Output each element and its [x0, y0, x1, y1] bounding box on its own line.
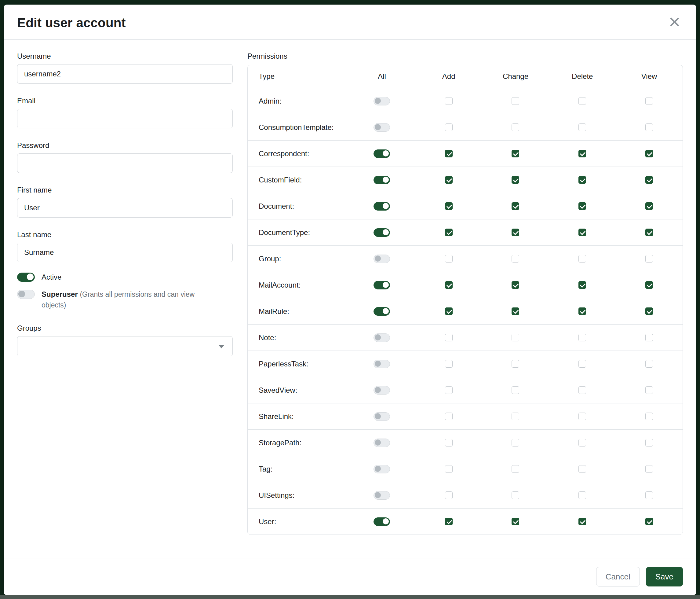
permission-add-checkbox[interactable] [445, 413, 453, 420]
permission-view-checkbox[interactable] [645, 465, 653, 473]
permission-delete-checkbox[interactable] [578, 255, 586, 263]
permission-view-checkbox[interactable] [645, 229, 653, 236]
permission-add-checkbox[interactable] [445, 360, 453, 368]
permission-view-checkbox[interactable] [645, 176, 653, 184]
last-name-field[interactable] [17, 243, 233, 262]
permission-add-checkbox[interactable] [445, 229, 453, 236]
permission-view-checkbox[interactable] [645, 360, 653, 368]
permission-add-checkbox[interactable] [445, 439, 453, 447]
close-icon[interactable]: ✕ [667, 16, 683, 29]
permission-all-toggle[interactable] [374, 97, 390, 105]
permission-view-checkbox[interactable] [645, 255, 653, 263]
permission-delete-checkbox[interactable] [578, 281, 586, 289]
permission-row: Tag: [248, 456, 682, 482]
permission-view-checkbox[interactable] [645, 150, 653, 158]
permission-add-checkbox[interactable] [445, 465, 453, 473]
permission-all-toggle[interactable] [374, 149, 390, 158]
permission-change-checkbox[interactable] [511, 202, 519, 210]
permission-delete-checkbox[interactable] [578, 439, 586, 447]
permission-add-checkbox[interactable] [445, 176, 453, 184]
permission-change-checkbox[interactable] [511, 465, 519, 473]
permission-delete-checkbox[interactable] [578, 308, 586, 315]
permission-delete-checkbox[interactable] [578, 518, 586, 525]
first-name-field[interactable] [17, 198, 233, 218]
permission-add-checkbox[interactable] [445, 281, 453, 289]
email-field[interactable] [17, 109, 233, 128]
permission-change-checkbox[interactable] [511, 229, 519, 236]
permission-add-checkbox[interactable] [445, 518, 453, 525]
permission-add-checkbox[interactable] [445, 255, 453, 263]
superuser-toggle[interactable] [17, 290, 35, 299]
permission-all-toggle[interactable] [374, 412, 390, 421]
permission-delete-checkbox[interactable] [578, 386, 586, 394]
permission-view-checkbox[interactable] [645, 97, 653, 105]
permission-add-checkbox[interactable] [445, 492, 453, 499]
permission-change-checkbox[interactable] [511, 386, 519, 394]
username-input[interactable] [17, 64, 233, 84]
active-toggle[interactable] [17, 272, 35, 282]
permission-add-checkbox[interactable] [445, 150, 453, 158]
permission-view-checkbox[interactable] [645, 386, 653, 394]
permission-all-toggle[interactable] [374, 360, 390, 368]
permission-view-checkbox[interactable] [645, 308, 653, 315]
permission-view-checkbox[interactable] [645, 492, 653, 499]
permission-change-checkbox[interactable] [511, 413, 519, 420]
permission-change-checkbox[interactable] [511, 150, 519, 158]
permission-delete-checkbox[interactable] [578, 176, 586, 184]
permission-delete-checkbox[interactable] [578, 202, 586, 210]
permission-view-checkbox[interactable] [645, 518, 653, 525]
permission-change-checkbox[interactable] [511, 439, 519, 447]
permission-delete-checkbox[interactable] [578, 150, 586, 158]
permission-view-checkbox[interactable] [645, 334, 653, 341]
permission-all-toggle[interactable] [374, 255, 390, 263]
permission-change-checkbox[interactable] [511, 308, 519, 315]
permission-view-checkbox[interactable] [645, 281, 653, 289]
permission-view-checkbox[interactable] [645, 439, 653, 447]
permission-add-checkbox[interactable] [445, 308, 453, 315]
permission-view-checkbox[interactable] [645, 202, 653, 210]
permission-change-checkbox[interactable] [511, 255, 519, 263]
permission-all-toggle[interactable] [374, 228, 390, 237]
permission-add-cell [415, 255, 482, 263]
permission-change-checkbox[interactable] [511, 123, 519, 131]
permission-delete-checkbox[interactable] [578, 492, 586, 499]
permission-all-toggle[interactable] [374, 176, 390, 184]
permission-all-toggle[interactable] [374, 518, 390, 526]
permission-view-checkbox[interactable] [645, 123, 653, 131]
permission-all-toggle[interactable] [374, 386, 390, 394]
permission-change-checkbox[interactable] [511, 334, 519, 341]
permission-all-toggle[interactable] [374, 123, 390, 132]
permission-change-checkbox[interactable] [511, 176, 519, 184]
permission-add-checkbox[interactable] [445, 386, 453, 394]
save-button[interactable]: Save [646, 567, 683, 586]
permission-all-toggle[interactable] [374, 438, 390, 447]
permission-all-toggle[interactable] [374, 333, 390, 342]
groups-select[interactable] [17, 336, 233, 356]
password-field[interactable] [17, 153, 233, 173]
permission-view-checkbox[interactable] [645, 413, 653, 420]
permission-add-checkbox[interactable] [445, 334, 453, 341]
permission-row: User: [248, 508, 682, 534]
permission-change-checkbox[interactable] [511, 492, 519, 499]
permission-all-toggle[interactable] [374, 202, 390, 211]
permission-delete-checkbox[interactable] [578, 229, 586, 236]
cancel-button[interactable]: Cancel [596, 567, 640, 586]
permission-delete-checkbox[interactable] [578, 413, 586, 420]
permission-all-toggle[interactable] [374, 307, 390, 316]
permission-change-checkbox[interactable] [511, 97, 519, 105]
permission-change-checkbox[interactable] [511, 360, 519, 368]
permission-delete-checkbox[interactable] [578, 97, 586, 105]
permission-change-checkbox[interactable] [511, 281, 519, 289]
permission-add-checkbox[interactable] [445, 202, 453, 210]
permission-delete-checkbox[interactable] [578, 123, 586, 131]
permission-delete-checkbox[interactable] [578, 334, 586, 341]
permission-delete-checkbox[interactable] [578, 465, 586, 473]
permission-delete-checkbox[interactable] [578, 360, 586, 368]
permission-add-checkbox[interactable] [445, 97, 453, 105]
permission-change-checkbox[interactable] [511, 518, 519, 525]
permission-all-toggle[interactable] [374, 465, 390, 473]
permission-type-label: User: [248, 518, 348, 526]
permission-all-toggle[interactable] [374, 281, 390, 289]
permission-all-toggle[interactable] [374, 491, 390, 500]
permission-add-checkbox[interactable] [445, 123, 453, 131]
